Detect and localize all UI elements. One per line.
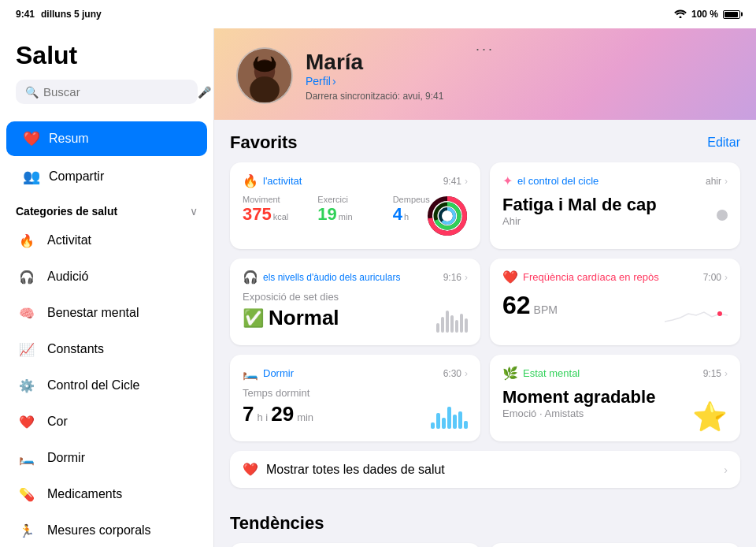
editar-button[interactable]: Editar: [707, 136, 740, 150]
audio-card-title: els nivells d'àudio dels auriculars: [263, 272, 400, 283]
audio-bar-7: [465, 318, 468, 333]
nav-label-compartir: Compartir: [49, 169, 104, 184]
trend-card-exercici[interactable]: 🔥 els minuts d'exercici ›: [230, 543, 480, 547]
activitat-card-time: 9:41: [443, 176, 461, 187]
sleep-bar-5: [453, 415, 457, 429]
sidebar-item-medicaments[interactable]: 💊 Medicaments: [0, 476, 213, 512]
profile-link[interactable]: Perfil ›: [306, 75, 734, 87]
audicio-icon: 🎧: [16, 266, 38, 288]
medicaments-label: Medicaments: [47, 487, 122, 501]
activitat-card-icon: 🔥: [243, 173, 258, 188]
audio-exposicio-label: Exposició de set dies: [243, 291, 468, 303]
audio-status-text: Normal: [269, 306, 339, 330]
heart-rate-chart: [665, 298, 728, 333]
status-day: dilluns 5 juny: [41, 9, 102, 20]
profile-header: ··· María Perfi: [214, 28, 756, 120]
chevron-down-icon: ∨: [190, 205, 198, 218]
sidebar-item-cor[interactable]: ❤️ Cor: [0, 404, 213, 440]
cicle-card-icon: ✦: [502, 173, 513, 188]
search-input[interactable]: [43, 85, 193, 99]
status-bar: 9:41 dilluns 5 juny 100 %: [0, 0, 756, 28]
control-label: Control del Cicle: [47, 378, 139, 393]
card-activitat[interactable]: 🔥 l'activitat 9:41 › Moviment 375: [230, 162, 480, 249]
dempeus-unit: h: [404, 212, 409, 221]
moviment-unit: kcal: [273, 212, 289, 221]
nav-item-compartir[interactable]: 👥 Compartir: [6, 159, 207, 194]
sidebar-item-control[interactable]: ⚙️ Control del Cicle: [0, 367, 213, 404]
sidebar-item-activitat[interactable]: 🔥 Activitat: [0, 222, 213, 259]
heart-rate-title: Freqüència cardíaca en repòs: [523, 271, 659, 283]
categories-header[interactable]: Categories de salut ∨: [0, 195, 213, 222]
audio-bar-2: [441, 317, 444, 333]
resum-icon: ❤️: [22, 129, 41, 148]
sleep-hours-unit: h i: [257, 411, 268, 423]
medicaments-icon: 💊: [16, 483, 38, 505]
search-bar[interactable]: 🔍 🎤: [16, 80, 198, 104]
exercici-value: 19: [317, 204, 336, 225]
temps-dormint-label: Temps dormint: [243, 387, 468, 399]
card-cicle[interactable]: ✦ el control del cicle ahir › Fatiga i M…: [490, 162, 740, 249]
sleep-minutes-unit: min: [297, 411, 313, 423]
profile-info: María Perfil › Darrera sincronització: a…: [306, 50, 734, 102]
activitat-card-chevron: ›: [465, 176, 468, 187]
dots-menu[interactable]: ···: [476, 41, 495, 58]
mic-icon[interactable]: 🎤: [198, 86, 211, 99]
tendencies-section: Tendències 🔥 els minuts d'exercici › ❤️ …: [214, 500, 756, 547]
sidebar-title: Salut: [16, 41, 198, 70]
battery-icon: [723, 10, 740, 19]
dormir-card-time: 6:30: [443, 368, 461, 379]
heart-rate-value: 62: [502, 291, 531, 320]
mesures-label: Mesures corporals: [47, 523, 151, 538]
sleep-bar-3: [442, 418, 446, 429]
sleep-bars: [431, 407, 468, 429]
dormir-card-icon: 🛏️: [243, 366, 258, 381]
sleep-bar-4: [447, 407, 451, 429]
show-all-card[interactable]: ❤️ Mostrar totes les dades de salut ›: [230, 451, 740, 488]
cicle-symptom: Fatiga i Mal de cap: [502, 195, 728, 215]
status-right: 100 %: [674, 9, 740, 20]
audio-card-time: 9:16: [443, 272, 461, 283]
trends-title: Tendències: [230, 513, 740, 534]
svg-point-2: [250, 76, 280, 103]
heart-rate-unit: BPM: [534, 303, 558, 316]
benestar-icon: 🧠: [16, 302, 38, 324]
sidebar-item-audicio[interactable]: 🎧 Audició: [0, 259, 213, 295]
trend-card-freq[interactable]: ❤️ Freqüència cardíaca mitjana caminant …: [490, 543, 740, 547]
nav-item-resum[interactable]: ❤️ Resum: [6, 121, 207, 156]
exercici-label: Exercici: [317, 195, 392, 204]
card-audio[interactable]: 🎧 els nivells d'àudio dels auriculars 9:…: [230, 259, 480, 345]
nav-label-resum: Resum: [49, 132, 89, 146]
dempeus-value: 4: [393, 204, 402, 225]
sidebar-item-dormir[interactable]: 🛏️ Dormir: [0, 440, 213, 476]
sidebar-item-benestar[interactable]: 🧠 Benestar mental: [0, 295, 213, 331]
card-dormir[interactable]: 🛏️ Dormir 6:30 › Temps dormint 7 h i 29: [230, 355, 480, 441]
mental-time: 9:15: [703, 368, 721, 379]
benestar-label: Benestar mental: [47, 306, 139, 320]
sleep-hours: 7: [243, 402, 254, 426]
cicle-card-title: el control del cicle: [517, 175, 598, 187]
sleep-bar-1: [431, 422, 435, 429]
card-estat-mental[interactable]: 🌿 Estat mental 9:15 › Moment agradable E…: [490, 355, 740, 441]
audio-bar-3: [446, 311, 449, 333]
activitat-card-title: l'activitat: [263, 175, 302, 187]
favorits-section: Favorits Editar 🔥 l'activitat 9:41 ›: [214, 120, 756, 500]
profile-sync: Darrera sincronització: avui, 9:41: [306, 91, 734, 102]
svg-point-11: [717, 311, 722, 316]
cards-grid: 🔥 l'activitat 9:41 › Moviment 375: [230, 162, 740, 441]
control-icon: ⚙️: [16, 374, 38, 396]
avatar: [236, 47, 293, 104]
sidebar-item-constants[interactable]: 📈 Constants: [0, 331, 213, 367]
audio-card-chevron: ›: [465, 272, 468, 283]
sidebar-item-mesures[interactable]: 🏃 Mesures corporals: [0, 512, 213, 547]
dormir-card-chevron: ›: [465, 368, 468, 379]
status-time: 9:41: [16, 9, 35, 20]
heart-rate-chevron: ›: [724, 272, 728, 283]
audio-bar-5: [455, 320, 458, 333]
mental-chevron: ›: [724, 368, 728, 379]
show-all-chevron: ›: [724, 463, 728, 476]
star-icon: ⭐: [692, 400, 728, 434]
cicle-sub: Ahir: [502, 215, 728, 227]
card-heart-rate[interactable]: ❤️ Freqüència cardíaca en repòs 7:00 › 6…: [490, 259, 740, 345]
sidebar: Salut 🔍 🎤 ❤️ Resum 👥 Compartir Categorie…: [0, 28, 214, 547]
audio-status: ✅ Normal: [243, 306, 468, 330]
